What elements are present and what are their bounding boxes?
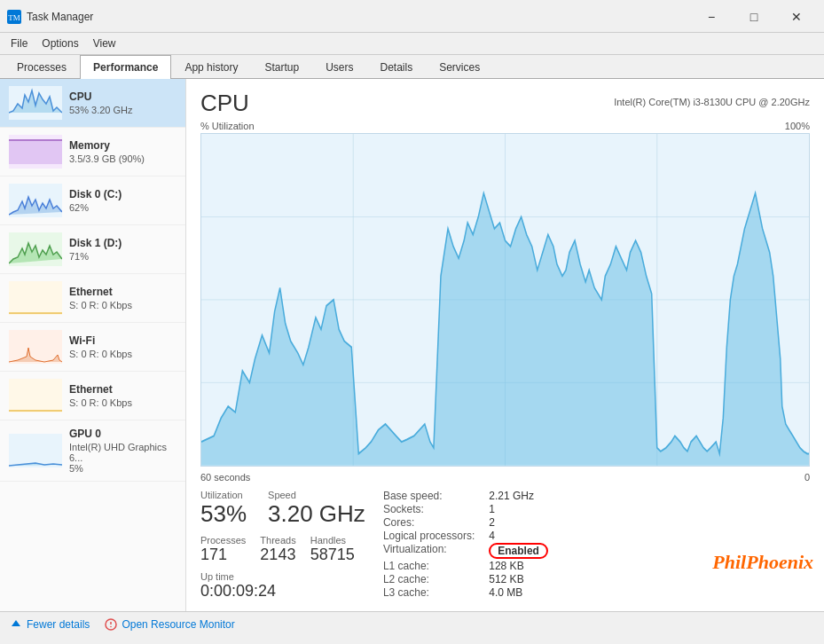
- stats-container: Utilization 53% Speed 3.20 GHz Processes…: [200, 490, 810, 601]
- handles-value: 58715: [310, 546, 355, 564]
- open-resource-monitor-button[interactable]: Open Resource Monitor: [104, 617, 234, 632]
- sidebar-disk0-info: Disk 0 (C:) 62%: [69, 188, 177, 213]
- tab-details[interactable]: Details: [366, 55, 426, 79]
- minimize-button[interactable]: −: [691, 5, 732, 28]
- sidebar-thumb-wifi: [9, 330, 62, 364]
- l2cache-value: 512 KB: [489, 573, 548, 585]
- tab-app-history[interactable]: App history: [171, 55, 251, 79]
- tab-performance[interactable]: Performance: [80, 55, 171, 79]
- panel-header: CPU Intel(R) Core(TM) i3-8130U CPU @ 2.2…: [200, 90, 810, 117]
- sidebar-wifi-name: Wi-Fi: [69, 334, 177, 347]
- sidebar-disk1-info: Disk 1 (D:) 71%: [69, 237, 177, 262]
- maximize-button[interactable]: □: [734, 5, 774, 28]
- sidebar-wifi-info: Wi-Fi S: 0 R: 0 Kbps: [69, 334, 177, 359]
- sidebar-disk1-value: 71%: [69, 251, 177, 262]
- fewer-details-label: Fewer details: [27, 618, 90, 631]
- speed-block: Speed 3.20 GHz: [268, 490, 365, 528]
- sidebar-thumb-disk0: [9, 184, 62, 217]
- sidebar-item-disk1[interactable]: Disk 1 (D:) 71%: [0, 225, 185, 274]
- sidebar-thumb-disk1: [9, 232, 62, 266]
- utilization-block: Utilization 53%: [200, 490, 247, 528]
- virtualization-label: Virtualization:: [383, 543, 475, 559]
- threads-block: Threads 2143: [260, 535, 295, 564]
- close-button[interactable]: ✕: [776, 5, 817, 28]
- sidebar-cpu-info: CPU 53% 3.20 GHz: [69, 90, 177, 115]
- sidebar-disk1-name: Disk 1 (D:): [69, 237, 177, 249]
- window-controls: − □ ✕: [691, 5, 817, 28]
- menu-options[interactable]: Options: [35, 35, 85, 52]
- cpu-specs: Base speed: 2.21 GHz Sockets: 1 Cores: 2…: [383, 490, 548, 601]
- sidebar-memory-name: Memory: [69, 139, 177, 152]
- l1cache-label: L1 cache:: [383, 560, 475, 572]
- svg-text:TM: TM: [8, 13, 20, 22]
- uptime-label: Up time: [200, 571, 365, 582]
- sidebar-gpu-value: Intel(R) UHD Graphics 6...5%: [69, 442, 177, 474]
- sidebar-item-disk0[interactable]: Disk 0 (C:) 62%: [0, 177, 185, 225]
- base-speed-value: 2.21 GHz: [489, 490, 548, 502]
- cpu-chart: [200, 133, 810, 467]
- sidebar-item-memory[interactable]: Memory 3.5/3.9 GB (90%): [0, 128, 185, 177]
- handles-label: Handles: [310, 535, 355, 546]
- tab-bar: Processes Performance App history Startu…: [0, 55, 824, 79]
- sidebar-item-cpu[interactable]: CPU 53% 3.20 GHz: [0, 79, 185, 128]
- panel-title: CPU: [200, 90, 249, 117]
- sidebar-disk0-value: 62%: [69, 202, 177, 213]
- sidebar-item-gpu[interactable]: GPU 0 Intel(R) UHD Graphics 6...5%: [0, 420, 185, 482]
- processes-label: Processes: [200, 535, 246, 546]
- menu-file[interactable]: File: [4, 35, 35, 52]
- sidebar-wifi-value: S: 0 R: 0 Kbps: [69, 349, 177, 359]
- sidebar-gpu-name: GPU 0: [69, 428, 177, 440]
- tab-startup[interactable]: Startup: [251, 55, 312, 79]
- sidebar-cpu-value: 53% 3.20 GHz: [69, 105, 177, 115]
- logical-processors-label: Logical processors:: [383, 530, 475, 542]
- app-icon: TM: [7, 10, 21, 24]
- menu-view[interactable]: View: [86, 35, 123, 52]
- tab-processes[interactable]: Processes: [4, 55, 80, 79]
- svg-rect-4: [9, 281, 62, 315]
- fewer-details-icon: [9, 617, 23, 632]
- l2cache-label: L2 cache:: [383, 573, 475, 585]
- sidebar-item-wifi[interactable]: Wi-Fi S: 0 R: 0 Kbps: [0, 323, 185, 372]
- sidebar-ethernet-name: Ethernet: [69, 286, 177, 298]
- sidebar-ethernet-value: S: 0 R: 0 Kbps: [69, 300, 177, 310]
- processes-value: 171: [200, 546, 246, 564]
- svg-point-19: [111, 626, 113, 628]
- panel-subtitle: Intel(R) Core(TM) i3-8130U CPU @ 2.20GHz: [614, 97, 810, 107]
- tab-users[interactable]: Users: [312, 55, 366, 79]
- sidebar-ethernet2-info: Ethernet S: 0 R: 0 Kbps: [69, 383, 177, 408]
- svg-marker-16: [12, 620, 20, 626]
- sockets-label: Sockets:: [383, 503, 475, 515]
- chart-time-end: 0: [804, 472, 810, 483]
- sidebar-item-ethernet2[interactable]: Ethernet S: 0 R: 0 Kbps: [0, 372, 185, 420]
- uptime-value: 0:00:09:24: [200, 582, 365, 601]
- speed-label: Speed: [268, 490, 365, 500]
- fewer-details-button[interactable]: Fewer details: [9, 617, 90, 632]
- threads-label: Threads: [260, 535, 295, 546]
- sidebar-memory-value: 3.5/3.9 GB (90%): [69, 153, 177, 164]
- title-bar: TM Task Manager − □ ✕: [0, 0, 824, 33]
- sidebar-gpu-info: GPU 0 Intel(R) UHD Graphics 6...5%: [69, 428, 177, 474]
- sidebar-ethernet2-name: Ethernet: [69, 383, 177, 396]
- svg-rect-2: [9, 139, 62, 164]
- chart-time-labels: 60 seconds 0: [200, 472, 810, 483]
- threads-value: 2143: [260, 546, 295, 564]
- sidebar-item-ethernet[interactable]: Ethernet S: 0 R: 0 Kbps: [0, 274, 185, 323]
- bottom-bar: Fewer details Open Resource Monitor: [0, 611, 824, 637]
- sidebar-ethernet-info: Ethernet S: 0 R: 0 Kbps: [69, 286, 177, 310]
- chart-labels: % Utilization 100%: [200, 121, 810, 131]
- sidebar-thumb-ethernet2: [9, 379, 62, 412]
- sidebar-thumb-memory: [9, 135, 62, 169]
- cpu-panel: CPU Intel(R) Core(TM) i3-8130U CPU @ 2.2…: [186, 79, 824, 611]
- chart-time-start: 60 seconds: [200, 472, 250, 483]
- cores-label: Cores:: [383, 516, 475, 529]
- sidebar-thumb-ethernet: [9, 281, 62, 315]
- utilization-label: Utilization: [200, 490, 247, 500]
- app-title: Task Manager: [27, 11, 93, 23]
- l3cache-label: L3 cache:: [383, 586, 475, 599]
- processes-block: Processes 171: [200, 535, 246, 564]
- tab-services[interactable]: Services: [426, 55, 493, 79]
- sidebar-thumb-gpu: [9, 434, 62, 467]
- cores-value: 2: [489, 516, 548, 529]
- sockets-value: 1: [489, 503, 548, 515]
- sidebar-cpu-name: CPU: [69, 90, 177, 103]
